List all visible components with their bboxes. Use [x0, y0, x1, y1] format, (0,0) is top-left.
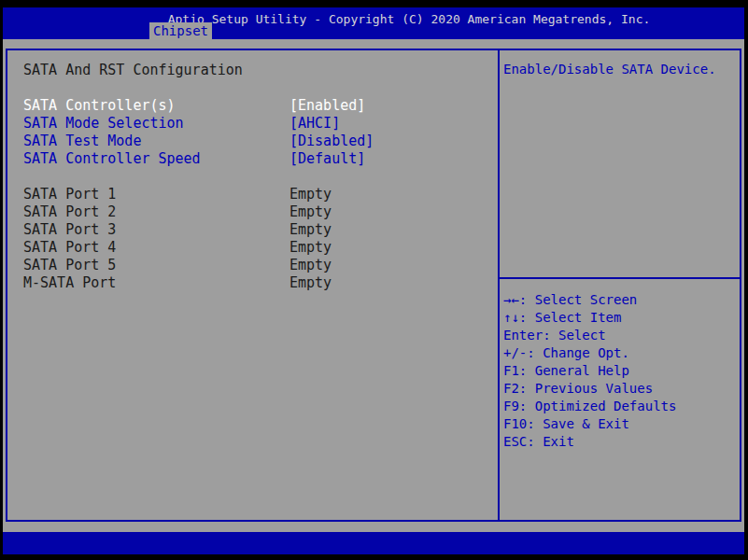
- section-title: SATA And RST Configuration: [23, 62, 498, 79]
- settings-panel: SATA And RST Configuration SATA Controll…: [7, 50, 498, 520]
- option-value: [Disabled]: [289, 133, 374, 150]
- port-status: Empty: [289, 274, 332, 292]
- port-status: Empty: [289, 186, 332, 203]
- port-status: Empty: [289, 203, 332, 221]
- option-label: SATA Controller(s): [23, 97, 289, 115]
- option-value: [Enabled]: [289, 97, 365, 115]
- port-label: M-SATA Port: [23, 274, 289, 292]
- sata-port-2-row: SATA Port 2 Empty: [23, 203, 498, 221]
- help-enter-select: Enter: Select: [503, 327, 740, 344]
- option-sata-controllers[interactable]: SATA Controller(s) [Enabled]: [23, 97, 498, 115]
- help-f1-general-help: F1: General Help: [503, 362, 740, 380]
- content-frame: SATA And RST Configuration SATA Controll…: [6, 49, 741, 522]
- main-area: SATA And RST Configuration SATA Controll…: [3, 39, 744, 532]
- help-f10-save-exit: F10: Save & Exit: [503, 415, 740, 433]
- item-help-text: Enable/Disable SATA Device.: [500, 50, 740, 279]
- option-label: SATA Mode Selection: [23, 115, 289, 133]
- sata-port-1-row: SATA Port 1 Empty: [23, 186, 498, 203]
- tab-chipset[interactable]: Chipset: [149, 22, 212, 39]
- port-status: Empty: [289, 257, 332, 274]
- sata-port-3-row: SATA Port 3 Empty: [23, 221, 498, 239]
- option-sata-test-mode[interactable]: SATA Test Mode [Disabled]: [23, 133, 498, 150]
- port-label: SATA Port 2: [23, 203, 289, 221]
- option-value: [Default]: [289, 150, 365, 168]
- help-f2-previous-values: F2: Previous Values: [503, 380, 740, 398]
- help-esc-exit: ESC: Exit: [503, 433, 740, 451]
- titlebar: Aptio Setup Utility - Copyright (C) 2020…: [3, 7, 744, 39]
- port-status: Empty: [289, 221, 332, 239]
- option-sata-mode-selection[interactable]: SATA Mode Selection [AHCI]: [23, 115, 498, 133]
- m-sata-port-row: M-SATA Port Empty: [23, 274, 498, 292]
- sata-port-4-row: SATA Port 4 Empty: [23, 239, 498, 257]
- help-panel: Enable/Disable SATA Device. →←: Select S…: [498, 50, 740, 520]
- help-select-screen: →←: Select Screen: [503, 291, 740, 309]
- sata-port-5-row: SATA Port 5 Empty: [23, 257, 498, 274]
- option-sata-controller-speed[interactable]: SATA Controller Speed [Default]: [23, 150, 498, 168]
- port-label: SATA Port 3: [23, 221, 289, 239]
- bios-screen: Aptio Setup Utility - Copyright (C) 2020…: [0, 0, 748, 560]
- footer-bar: Version 2.18.1263. Copyright (C) 2020 Am…: [3, 532, 744, 554]
- port-label: SATA Port 1: [23, 186, 289, 203]
- port-status: Empty: [289, 239, 332, 257]
- help-select-item: ↑↓: Select Item: [503, 309, 740, 327]
- option-label: SATA Controller Speed: [23, 150, 289, 168]
- help-change-opt: +/-: Change Opt.: [503, 344, 740, 362]
- port-label: SATA Port 5: [23, 257, 289, 274]
- blank-line: [23, 79, 498, 97]
- option-value: [AHCI]: [289, 115, 340, 133]
- app-title: Aptio Setup Utility - Copyright (C) 2020…: [3, 7, 744, 31]
- help-f9-optimized-defaults: F9: Optimized Defaults: [503, 398, 740, 415]
- option-label: SATA Test Mode: [23, 133, 289, 150]
- key-legend: →←: Select Screen ↑↓: Select Item Enter:…: [500, 279, 740, 451]
- blank-line: [23, 168, 498, 186]
- port-label: SATA Port 4: [23, 239, 289, 257]
